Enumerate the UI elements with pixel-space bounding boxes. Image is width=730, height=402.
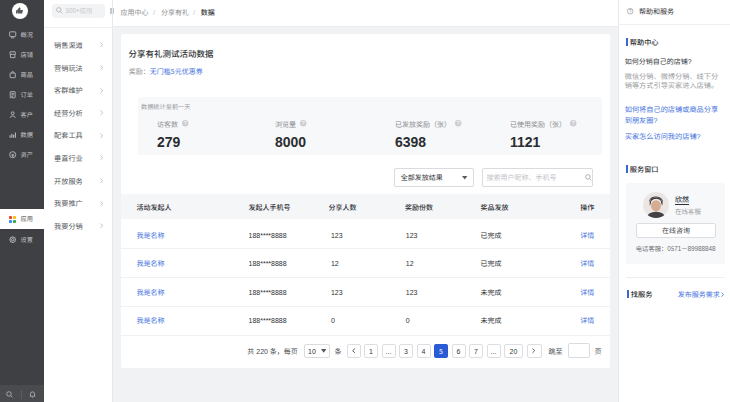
svg-text:?: ? [571,120,574,126]
svg-text:?: ? [629,9,632,14]
svg-text:?: ? [183,120,186,126]
svg-text:?: ? [456,120,459,126]
svg-text:?: ? [301,120,304,126]
